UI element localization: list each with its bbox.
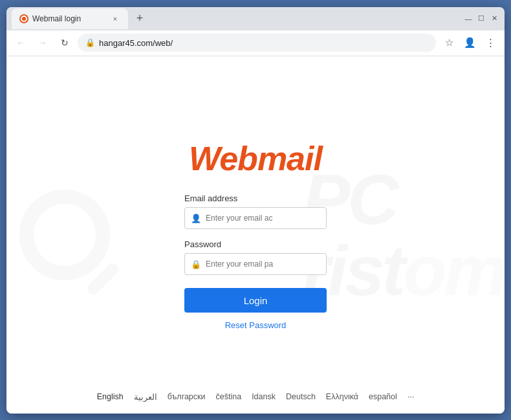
language-item[interactable]: español [369,392,397,401]
new-tab-button[interactable]: + [131,10,149,28]
password-label: Password [184,239,327,249]
email-label: Email address [184,193,327,203]
reset-password-link[interactable]: Reset Password [225,320,287,330]
url-bar[interactable]: 🔒 hangar45.com/web/ [78,34,436,52]
user-icon: 👤 [191,214,201,223]
language-item[interactable]: ··· [408,392,414,401]
tab-close-button[interactable]: × [110,14,120,24]
language-item[interactable]: Ελληνικά [326,392,358,401]
language-item[interactable]: čeština [216,392,242,401]
reload-button[interactable]: ↻ [56,34,74,52]
language-item[interactable]: العربية [134,392,157,402]
email-group: Email address 👤 [184,193,327,229]
password-input-wrapper: 🔒 [184,253,327,275]
webmail-logo: Webmail [189,139,322,178]
address-actions: ☆ 👤 ⋮ [440,34,499,52]
language-item[interactable]: English [97,392,124,401]
email-input-wrapper: 👤 [184,207,327,229]
email-input[interactable] [184,207,327,229]
tab-title: Webmail login [32,14,81,23]
password-input[interactable] [184,253,327,275]
address-bar: ← → ↻ 🔒 hangar45.com/web/ ☆ 👤 ⋮ [6,30,505,56]
browser-window: Webmail login × + — ☐ ✕ ← → ↻ 🔒 hangar45… [6,7,505,414]
language-item[interactable]: български [168,392,206,401]
language-bar: EnglishالعربيةбългарскиčeštinaIdanskDeut… [6,392,505,402]
magnifier-watermark [19,190,110,280]
window-controls: — ☐ ✕ [463,14,499,24]
lock-field-icon: 🔒 [191,260,201,269]
login-container: Webmail Email address 👤 Password 🔒 Login… [184,139,327,330]
url-text: hangar45.com/web/ [99,38,428,48]
minimize-button[interactable]: — [463,14,473,24]
page-content: PCristom Webmail Email address 👤 Passwor… [6,56,505,414]
login-button[interactable]: Login [184,288,327,313]
forward-button[interactable]: → [34,34,52,52]
language-item[interactable]: Idansk [252,392,276,401]
active-tab[interactable]: Webmail login × [12,8,128,29]
tab-area: Webmail login × + [12,8,463,29]
close-window-button[interactable]: ✕ [489,14,499,24]
text-watermark: PCristom [303,164,505,306]
tab-favicon-icon [19,14,28,23]
bookmark-button[interactable]: ☆ [440,34,458,52]
language-item[interactable]: Deutsch [286,392,316,401]
title-bar: Webmail login × + — ☐ ✕ [6,7,505,30]
menu-button[interactable]: ⋮ [481,34,499,52]
maximize-button[interactable]: ☐ [476,14,486,24]
lock-icon: 🔒 [85,38,95,47]
back-button[interactable]: ← [12,34,30,52]
profile-button[interactable]: 👤 [461,34,479,52]
password-group: Password 🔒 [184,239,327,275]
